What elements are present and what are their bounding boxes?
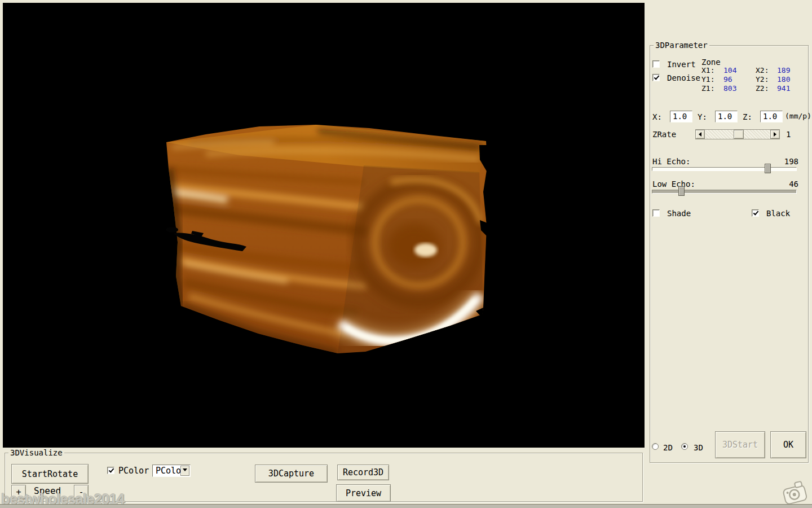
pcolor-label: PColor (118, 466, 149, 475)
scale-unit-label: (mm/p) (785, 112, 811, 121)
camera-watermark-icon (779, 477, 810, 508)
parameter-group-title: 3DParameter (654, 41, 709, 50)
3dstart-button[interactable]: 3DStart (715, 431, 765, 458)
preview-button[interactable]: Preview (336, 484, 391, 502)
hi-echo-value: 198 (783, 157, 798, 166)
zone-x1-label: X1: (701, 66, 714, 75)
visualize-group-title: 3DVisualize (8, 448, 64, 457)
low-echo-slider-thumb[interactable] (678, 186, 685, 196)
right-arrow-icon (774, 132, 779, 137)
zone-title: Zone (701, 58, 721, 67)
ultrasound-3d-volume (3, 3, 645, 448)
zone-x2-value: 189 (777, 66, 790, 75)
invert-checkbox[interactable] (652, 60, 660, 68)
pcolor-checkbox[interactable] (107, 467, 114, 474)
zrate-scroll-left-button[interactable] (695, 130, 705, 139)
3dcapture-button[interactable]: 3DCapture (255, 465, 328, 483)
black-label: Black (766, 209, 790, 218)
pcolor-dropdown-button[interactable] (180, 466, 189, 476)
hi-echo-label: Hi Echo: (652, 157, 690, 166)
invert-label: Invert (667, 60, 696, 69)
zone-x2-label: X2: (756, 66, 769, 75)
scale-y-input[interactable]: 1.0 (715, 111, 738, 122)
zrate-label: ZRate (652, 130, 676, 139)
record3d-button[interactable]: Record3D (337, 465, 389, 480)
zrate-value: 1 (786, 130, 791, 139)
pcolor-dropdown[interactable]: PColor (152, 465, 191, 477)
mode-3d-label: 3D (694, 443, 703, 452)
parameter-groupbox: 3DParameter (650, 45, 809, 463)
zone-z1-value: 803 (723, 84, 736, 93)
shade-checkbox[interactable] (652, 209, 660, 217)
zone-y2-label: Y2: (756, 75, 769, 84)
zone-y1-label: Y1: (701, 75, 714, 84)
low-echo-label: Low Echo: (652, 179, 695, 189)
scale-y-label: Y: (698, 112, 707, 121)
mode-3d-radio[interactable] (681, 443, 688, 450)
shade-label: Shade (667, 209, 691, 218)
mode-2d-label: 2D (663, 443, 673, 452)
scale-z-label: Z: (743, 112, 752, 121)
zone-x1-value: 104 (723, 66, 736, 75)
start-rotate-button[interactable]: StartRotate (11, 464, 89, 484)
chevron-down-icon (183, 468, 187, 474)
zrate-scroll-thumb[interactable] (734, 130, 744, 139)
zrate-scrollbar[interactable] (695, 129, 780, 139)
zrate-scroll-track[interactable] (705, 130, 770, 139)
scale-x-label: X: (652, 112, 662, 121)
low-echo-value: 46 (783, 179, 798, 189)
ok-button[interactable]: OK (770, 431, 806, 458)
zone-y2-value: 180 (777, 75, 790, 84)
zone-z1-label: Z1: (701, 84, 714, 93)
denoise-checkbox[interactable] (652, 74, 660, 81)
zone-z2-label: Z2: (756, 84, 769, 93)
left-arrow-icon (696, 132, 701, 137)
scale-z-input[interactable]: 1.0 (760, 111, 783, 122)
zone-y1-value: 96 (723, 75, 732, 84)
hi-echo-slider-thumb[interactable] (765, 164, 771, 173)
low-echo-slider[interactable] (652, 190, 797, 194)
zone-z2-value: 941 (777, 84, 790, 93)
hi-echo-slider[interactable] (652, 167, 797, 171)
mode-2d-radio[interactable] (652, 443, 659, 450)
render-viewport[interactable] (3, 3, 645, 448)
bottom-edge-strip (0, 504, 812, 508)
black-checkbox[interactable] (752, 209, 759, 217)
scale-x-input[interactable]: 1.0 (670, 111, 692, 122)
zrate-scroll-right-button[interactable] (770, 130, 780, 139)
denoise-label: Denoise (667, 73, 700, 82)
